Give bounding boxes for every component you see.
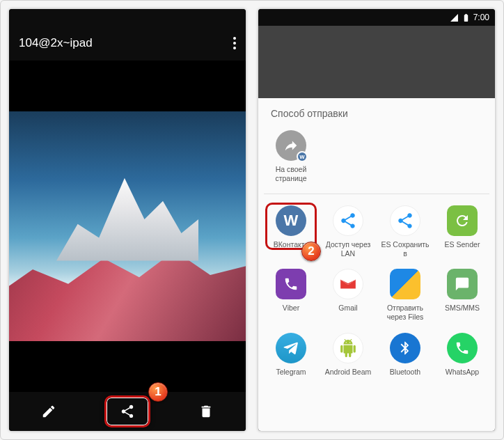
app-sms[interactable]: SMS/MMS	[435, 265, 489, 325]
app-label: ES Сохранить в	[379, 240, 431, 258]
share-icon	[390, 205, 420, 236]
step1-callout: 1	[148, 382, 168, 402]
vk-badge-icon: w	[297, 151, 308, 162]
app-label: Bluetooth	[390, 368, 420, 377]
app-es-sender[interactable]: ES Sender	[435, 201, 489, 262]
app-bluetooth[interactable]: Bluetooth	[378, 329, 432, 381]
sheet-featured-row: w На своей странице	[264, 126, 489, 194]
app-es-save[interactable]: ES Сохранить в	[378, 201, 432, 262]
share-icon	[120, 404, 135, 419]
gmail-icon	[333, 269, 363, 299]
mountain-photo	[9, 111, 246, 341]
share-icon	[333, 205, 363, 236]
whatsapp-icon	[447, 333, 478, 363]
battery-icon	[462, 13, 471, 22]
app-whatsapp[interactable]: WhatsApp	[435, 329, 489, 381]
refresh-icon	[447, 205, 478, 236]
more-options-icon[interactable]	[233, 37, 236, 49]
viber-icon	[276, 269, 306, 299]
share-sheet: Способ отправки w На своей странице W ВК…	[258, 98, 495, 431]
vk-icon: W	[276, 205, 306, 236]
dimmed-background[interactable]	[258, 26, 495, 98]
share-button[interactable]	[112, 396, 143, 427]
app-es-lan[interactable]: Доступ через LAN	[321, 201, 375, 262]
app-telegram[interactable]: Telegram	[264, 329, 318, 381]
app-viber[interactable]: Viber	[264, 265, 318, 325]
app-label: SMS/MMS	[445, 304, 480, 313]
share-apps-grid: W ВКонтакте 2 Доступ через LAN ES Сохран…	[264, 201, 489, 380]
app-label: Gmail	[338, 304, 357, 313]
photo-content[interactable]	[9, 61, 246, 392]
app-label: ES Sender	[445, 240, 480, 249]
folder-icon	[390, 269, 420, 299]
android-icon	[333, 333, 363, 363]
delete-button[interactable]	[191, 396, 221, 427]
app-android-beam[interactable]: Android Beam	[321, 329, 375, 381]
edit-button[interactable]	[33, 396, 64, 427]
step2-callout: 2	[301, 242, 321, 261]
trash-icon	[198, 404, 214, 419]
telegram-icon	[276, 333, 306, 363]
sheet-title: Способ отправки	[264, 108, 489, 126]
app-label: Отправить через Files	[379, 304, 431, 321]
app-files[interactable]: Отправить через Files	[378, 265, 432, 325]
photo-title: 104@2x~ipad	[19, 36, 93, 50]
app-label: WhatsApp	[446, 368, 479, 377]
photo-viewer-screen: 104@2x~ipad 1	[9, 9, 246, 431]
app-label: Доступ через LAN	[322, 240, 374, 258]
app-label: Viber	[283, 304, 299, 313]
share-own-page[interactable]: w На своей странице	[264, 126, 318, 187]
status-time: 7:00	[473, 13, 489, 22]
signal-icon	[450, 13, 459, 22]
share-sheet-screen: 7:00 Способ отправки w На своей странице…	[258, 9, 495, 431]
app-label: Android Beam	[325, 368, 372, 377]
status-bar	[9, 9, 246, 26]
app-label: На своей странице	[265, 165, 317, 182]
app-label: Telegram	[276, 368, 306, 377]
photo-header: 104@2x~ipad	[9, 26, 246, 61]
photo-toolbar: 1	[9, 392, 246, 431]
sms-icon	[447, 269, 478, 299]
status-bar: 7:00	[258, 9, 495, 26]
repost-icon: w	[276, 130, 306, 161]
app-gmail[interactable]: Gmail	[321, 265, 375, 325]
bluetooth-icon	[390, 333, 420, 363]
app-vkontakte[interactable]: W ВКонтакте 2	[264, 201, 318, 262]
pencil-icon	[41, 404, 56, 419]
